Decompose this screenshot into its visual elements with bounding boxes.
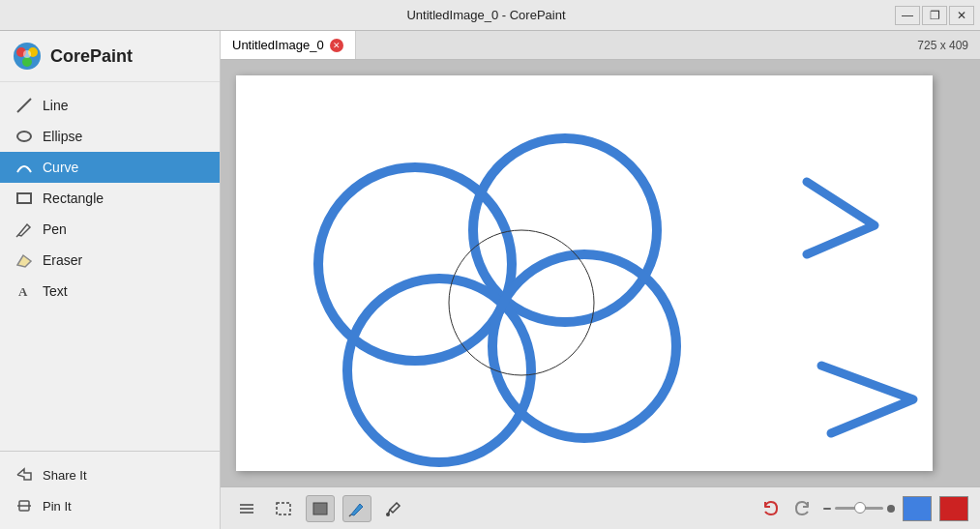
canvas-drawing: onnect .com xyxy=(236,75,933,471)
select-all-button[interactable] xyxy=(232,495,261,522)
svg-text:A: A xyxy=(18,284,28,299)
canvas-size-info: 725 x 409 xyxy=(917,39,980,52)
tab-name: UntitledImage_0 xyxy=(232,38,324,52)
share-icon xyxy=(15,466,33,484)
app-logo: CorePaint xyxy=(0,31,220,82)
svg-line-8 xyxy=(16,235,18,237)
tool-ellipse[interactable]: Ellipse xyxy=(0,121,220,152)
tool-line[interactable]: Line xyxy=(0,90,220,121)
share-action[interactable]: Share It xyxy=(0,459,220,490)
content-area: UntitledImage_0 ✕ 725 x 409 xyxy=(221,31,980,529)
maximize-button[interactable]: ❐ xyxy=(922,6,947,25)
svg-rect-28 xyxy=(313,503,327,514)
close-button[interactable]: ✕ xyxy=(949,6,974,25)
rectangle-icon xyxy=(15,190,33,207)
svg-point-16 xyxy=(492,254,676,438)
tool-curve[interactable]: Curve xyxy=(0,152,220,183)
undo-button[interactable] xyxy=(757,496,785,521)
svg-point-6 xyxy=(17,132,31,141)
tool-ellipse-label: Ellipse xyxy=(43,129,82,144)
tool-list: Line Ellipse Curve Rectang xyxy=(0,82,220,451)
curve-icon xyxy=(15,159,33,176)
tool-text-label: Text xyxy=(43,283,68,299)
tool-eraser-label: Eraser xyxy=(43,252,82,268)
pin-icon xyxy=(15,497,33,514)
svg-marker-9 xyxy=(17,255,31,267)
sidebar: CorePaint Line Ellipse xyxy=(0,31,221,529)
drawing-canvas[interactable]: onnect .com xyxy=(236,75,933,471)
pin-label: Pin It xyxy=(43,499,72,514)
pen-icon xyxy=(15,220,33,238)
share-label: Share It xyxy=(43,468,87,483)
window-title: UntitledImage_0 - CorePaint xyxy=(77,8,895,22)
secondary-color-swatch[interactable] xyxy=(939,496,968,521)
canvas-wrapper[interactable]: onnect .com xyxy=(221,60,980,486)
eraser-icon xyxy=(15,251,33,269)
ellipse-icon xyxy=(15,128,33,145)
app-name: CorePaint xyxy=(50,46,133,67)
bottom-toolbar xyxy=(221,486,980,529)
undo-redo-group xyxy=(757,496,816,521)
tool-pen[interactable]: Pen xyxy=(0,214,220,245)
tab-bar: UntitledImage_0 ✕ 725 x 409 xyxy=(221,31,980,60)
stroke-size-slider[interactable] xyxy=(823,505,895,513)
svg-point-31 xyxy=(386,513,390,516)
window-controls: — ❐ ✕ xyxy=(895,6,980,25)
tool-eraser[interactable]: Eraser xyxy=(0,245,220,276)
free-select-button[interactable] xyxy=(306,495,335,522)
svg-rect-7 xyxy=(17,193,31,203)
tab-close-button[interactable]: ✕ xyxy=(330,39,343,52)
tool-rectangle-label: Rectangle xyxy=(43,191,104,206)
tool-text[interactable]: A Text xyxy=(0,276,220,307)
canvas-tab[interactable]: UntitledImage_0 ✕ xyxy=(221,31,356,59)
line-icon xyxy=(15,97,33,114)
svg-rect-27 xyxy=(277,503,290,514)
sidebar-actions: Share It Pin It xyxy=(0,451,220,529)
eyedropper-button[interactable] xyxy=(379,495,408,522)
rect-select-button[interactable] xyxy=(269,495,298,522)
minimize-button[interactable]: — xyxy=(895,6,920,25)
pin-action[interactable]: Pin It xyxy=(0,490,220,521)
tool-pen-label: Pen xyxy=(43,221,67,237)
tool-line-label: Line xyxy=(43,98,68,113)
text-icon: A xyxy=(15,282,33,300)
tool-rectangle[interactable]: Rectangle xyxy=(0,183,220,214)
app-logo-icon xyxy=(12,41,43,72)
draw-button[interactable] xyxy=(342,495,371,522)
svg-point-4 xyxy=(23,50,31,58)
redo-button[interactable] xyxy=(788,496,816,521)
tool-curve-label: Curve xyxy=(43,160,78,175)
main-area: CorePaint Line Ellipse xyxy=(0,31,980,529)
title-bar: UntitledImage_0 - CorePaint — ❐ ✕ xyxy=(0,0,980,31)
svg-line-29 xyxy=(349,514,351,516)
primary-color-swatch[interactable] xyxy=(903,496,932,521)
svg-line-5 xyxy=(17,99,31,112)
svg-point-3 xyxy=(22,57,32,67)
